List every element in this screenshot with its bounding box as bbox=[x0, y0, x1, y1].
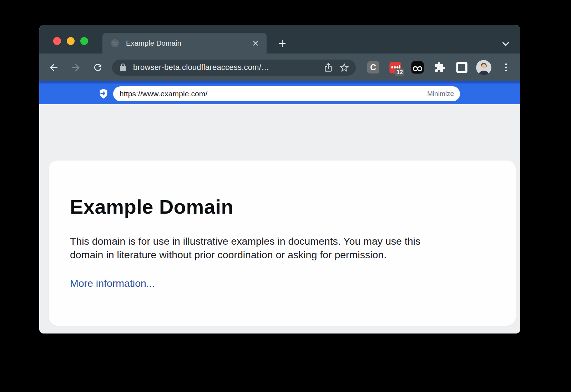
page-viewport: Example Domain This domain is for use in… bbox=[39, 104, 520, 334]
content-card: Example Domain This domain is for use in… bbox=[49, 161, 516, 326]
password-manager-extension-icon[interactable]: 12 bbox=[387, 60, 403, 76]
back-icon[interactable] bbox=[46, 60, 61, 75]
reload-icon[interactable] bbox=[90, 60, 106, 75]
minimize-button[interactable]: Minimize bbox=[427, 90, 454, 98]
minimize-window-button[interactable] bbox=[67, 37, 75, 45]
tab-close-icon[interactable] bbox=[251, 39, 260, 48]
tab-title: Example Domain bbox=[126, 39, 251, 47]
share-icon[interactable] bbox=[322, 61, 334, 73]
extension-c-icon[interactable]: C bbox=[365, 60, 381, 76]
extensions-puzzle-icon[interactable] bbox=[431, 60, 448, 76]
side-panel-icon[interactable] bbox=[454, 60, 470, 76]
chevron-down-icon[interactable] bbox=[500, 39, 511, 49]
zoom-window-button[interactable] bbox=[80, 37, 88, 45]
address-url[interactable]: browser-beta.cloudflareaccess.com/… bbox=[133, 63, 319, 72]
shield-arrow-icon bbox=[98, 88, 108, 99]
profile-avatar[interactable] bbox=[476, 60, 492, 76]
globe-favicon-icon bbox=[110, 39, 120, 48]
forward-icon[interactable] bbox=[68, 60, 84, 75]
address-bar[interactable]: browser-beta.cloudflareaccess.com/… bbox=[112, 60, 356, 76]
more-information-link[interactable]: More information... bbox=[70, 278, 155, 289]
window-controls bbox=[53, 37, 88, 45]
browser-toolbar: browser-beta.cloudflareaccess.com/… C bbox=[39, 54, 520, 81]
remote-browser-bar: https://www.example.com/ Minimize bbox=[39, 81, 520, 104]
two-circles-extension-icon[interactable] bbox=[409, 60, 425, 76]
tab-strip: Example Domain bbox=[39, 25, 520, 54]
browser-tab[interactable]: Example Domain bbox=[102, 33, 267, 54]
close-window-button[interactable] bbox=[53, 37, 61, 45]
browser-window: Example Domain bbox=[39, 25, 520, 334]
extensions-area: C 12 bbox=[365, 60, 514, 76]
remote-url-input[interactable]: https://www.example.com/ Minimize bbox=[113, 86, 460, 101]
page-body-text: This domain is for use in illustrative e… bbox=[70, 234, 494, 261]
lock-icon bbox=[118, 63, 127, 72]
page-heading: Example Domain bbox=[70, 195, 494, 218]
body-line-1: This domain is for use in illustrative e… bbox=[70, 235, 420, 247]
kebab-menu-icon[interactable] bbox=[498, 60, 514, 76]
body-line-2: domain in literature without prior coord… bbox=[70, 249, 386, 260]
bookmark-star-icon[interactable] bbox=[338, 61, 350, 73]
remote-url-text[interactable]: https://www.example.com/ bbox=[120, 90, 427, 98]
extension-badge: 12 bbox=[395, 68, 404, 76]
new-tab-icon[interactable] bbox=[277, 39, 287, 49]
